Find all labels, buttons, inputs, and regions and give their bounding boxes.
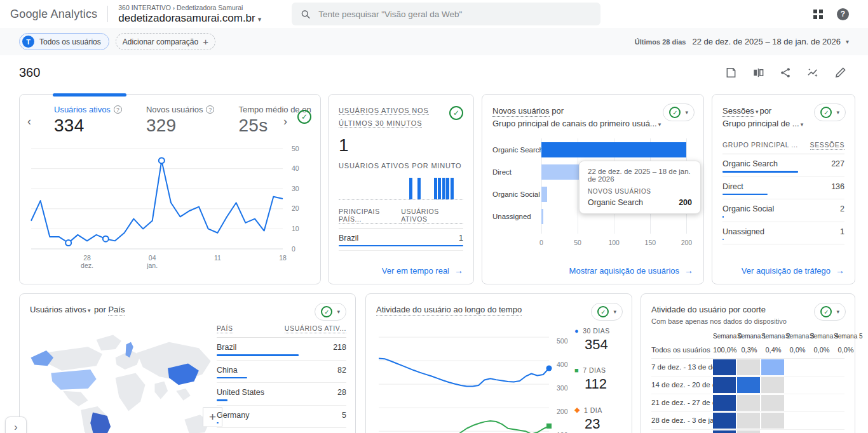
realtime-country-table: Brazil1 (339, 229, 463, 251)
countries-table-header: PAÍS USUÁRIOS ATIV... (217, 324, 346, 338)
search-input[interactable] (318, 10, 592, 19)
cohort-cell[interactable] (761, 395, 784, 411)
column-header-country[interactable]: PRINCIPAIS PAÍS... (339, 208, 401, 224)
legend-item[interactable]: ●30 DIAS354 (574, 327, 610, 353)
cohort-cell[interactable] (713, 377, 736, 393)
sampling-status-icon[interactable]: ✓ (449, 106, 463, 120)
cohort-row[interactable]: 7 de dez. - 13 de de (651, 359, 844, 376)
date-range-selector[interactable]: Últimos 28 dias 22 de dez. de 2025 – 18 … (635, 37, 849, 46)
app-header: Google Analytics 360 INTERATIVO›Dedetiza… (0, 0, 868, 28)
view-traffic-acquisition-link[interactable]: Ver aquisição de tráfego→ (742, 265, 844, 276)
cohort-cell[interactable] (737, 377, 760, 393)
cohort-cell[interactable] (737, 430, 760, 433)
cohort-row-label: 7 de dez. - 13 de de (651, 363, 713, 371)
chevron-down-icon: ▾ (846, 38, 849, 45)
column-header-active-users[interactable]: USUÁRIOS ATIV... (285, 324, 346, 333)
column-header-dimension[interactable]: GRUPO PRINCIPAL ... (722, 141, 798, 150)
table-row[interactable]: Brazil218 (217, 338, 346, 361)
card-title: Usuários ativos▾ por País (30, 304, 345, 316)
cohort-cell[interactable] (713, 430, 736, 433)
dimension-label[interactable]: País (108, 305, 125, 316)
table-row[interactable]: Sweden1 (217, 428, 346, 433)
sessions-by-channel-card: Sessões▾por Grupo principal de ...▾ ✓ ▾ … (712, 94, 855, 284)
table-row[interactable]: China82 (217, 361, 346, 383)
view-realtime-link[interactable]: Ver em tempo real→ (382, 265, 463, 276)
sampling-badge[interactable]: ✓ ▾ (315, 303, 346, 321)
cohort-cell[interactable] (737, 359, 760, 375)
sampling-status-icon[interactable]: ✓ (297, 110, 311, 124)
svg-text:400: 400 (557, 361, 568, 368)
check-icon: ✓ (669, 107, 681, 118)
world-map[interactable] (26, 321, 217, 433)
tabs-scroll-right-button[interactable]: › (283, 115, 287, 128)
table-row[interactable]: Organic Search227 (722, 154, 844, 177)
expand-navigation-button[interactable]: › (5, 416, 27, 433)
tabs-scroll-left-button[interactable]: ‹ (27, 115, 31, 128)
add-comparison-chip[interactable]: Adicionar comparação + (116, 33, 215, 50)
all-users-chip[interactable]: T Todos os usuários (19, 33, 109, 50)
cohort-row[interactable]: 14 de dez. - 20 de d (651, 376, 844, 394)
search-bar[interactable] (292, 3, 600, 25)
table-row[interactable]: Brazil1 (339, 229, 463, 251)
cohort-row[interactable]: 28 de dez. - 3 de ja (651, 412, 844, 430)
activity-title[interactable]: Atividade do usuário ao longo do tempo (376, 305, 522, 316)
minute-bar (409, 178, 412, 199)
help-icon[interactable]: ? (837, 8, 849, 20)
legend-item[interactable]: ◆1 DIA23 (574, 406, 610, 432)
cohort-cell[interactable] (713, 359, 736, 375)
breadcrumb-account[interactable]: 360 INTERATIVO (118, 4, 171, 11)
breadcrumb-workspace[interactable]: Dedetizadora Samurai (177, 4, 243, 11)
metric-selector[interactable]: Sessões▾ (722, 106, 759, 116)
metric-title[interactable]: Novos usuários (492, 106, 550, 117)
column-header-metric[interactable]: SESSÕES (810, 141, 844, 150)
sampling-badge[interactable]: ✓ ▾ (814, 103, 846, 121)
column-header-users[interactable]: USUÁRIOS ATIVOS (401, 208, 463, 224)
column-header-country[interactable]: PAÍS (217, 324, 233, 333)
table-row[interactable]: Germany5 (217, 406, 346, 429)
row-value: 1 (840, 227, 844, 236)
cohort-activity-card: Atividade do usuário por coorte Com base… (641, 293, 855, 433)
page-title: 360 (19, 65, 40, 80)
metric-selector[interactable]: Usuários ativos▾ (30, 305, 92, 314)
cohort-row[interactable]: 21 de dez. - 27 de d (651, 394, 844, 412)
dimension-selector[interactable]: Grupo principal de canais do primeiro us… (492, 119, 662, 128)
sampling-badge[interactable]: ✓ ▾ (814, 303, 846, 321)
compare-icon[interactable] (752, 67, 764, 79)
cohort-cell[interactable] (713, 395, 736, 411)
cohort-cell[interactable] (761, 359, 784, 375)
sampling-badge[interactable]: ✓ ▾ (663, 103, 695, 121)
edit-pencil-icon[interactable] (834, 67, 846, 79)
cohort-cell[interactable] (737, 413, 760, 429)
cohort-cell[interactable] (761, 377, 784, 393)
legend-item[interactable]: ■7 DIAS112 (574, 366, 610, 392)
cohort-row[interactable]: 4 de jan. - 10 de ja (651, 430, 844, 433)
breadcrumb[interactable]: 360 INTERATIVO›Dedetizadora Samurai (118, 4, 261, 11)
table-row[interactable]: Organic Social2 (722, 199, 844, 222)
tab-active-users[interactable]: Usuários ativos? 334 (54, 105, 122, 136)
apps-grid-icon[interactable] (813, 10, 823, 19)
cohort-cell[interactable] (761, 413, 784, 429)
title-row: 360 (0, 55, 868, 80)
axis-tick-label: 50 (574, 239, 581, 246)
insights-icon[interactable] (807, 67, 819, 79)
notes-icon[interactable] (725, 67, 737, 79)
share-icon[interactable] (780, 67, 792, 79)
cohort-cell[interactable] (713, 413, 736, 429)
info-icon[interactable]: ? (206, 105, 214, 114)
row-value: 28 (337, 388, 346, 397)
sampling-badge[interactable]: ✓ ▾ (591, 303, 623, 321)
realtime-card: USUÁRIOS ATIVOS NOS ÚLTIMOS 30 MINUTOS ✓… (328, 94, 474, 284)
bar-row[interactable]: Organic Search (492, 138, 693, 161)
cohort-cell[interactable] (737, 395, 760, 411)
dimension-selector[interactable]: Grupo principal de ...▾ (722, 119, 804, 128)
tab-new-users[interactable]: Novos usuários? 329 (146, 105, 215, 136)
table-row[interactable]: Direct136 (722, 177, 844, 200)
tooltip-row-value: 200 (679, 198, 692, 207)
show-user-acquisition-link[interactable]: Mostrar aquisição de usuários→ (569, 265, 693, 276)
table-row[interactable]: Unassigned1 (722, 222, 844, 245)
info-icon[interactable]: ? (114, 105, 122, 114)
summary-value: 100,0% (713, 346, 737, 354)
property-selector[interactable]: dedetizadorasamurai.com.br▾ (118, 12, 261, 25)
table-row[interactable]: United States28 (217, 383, 346, 406)
google-analytics-logo[interactable]: Google Analytics (10, 8, 97, 21)
